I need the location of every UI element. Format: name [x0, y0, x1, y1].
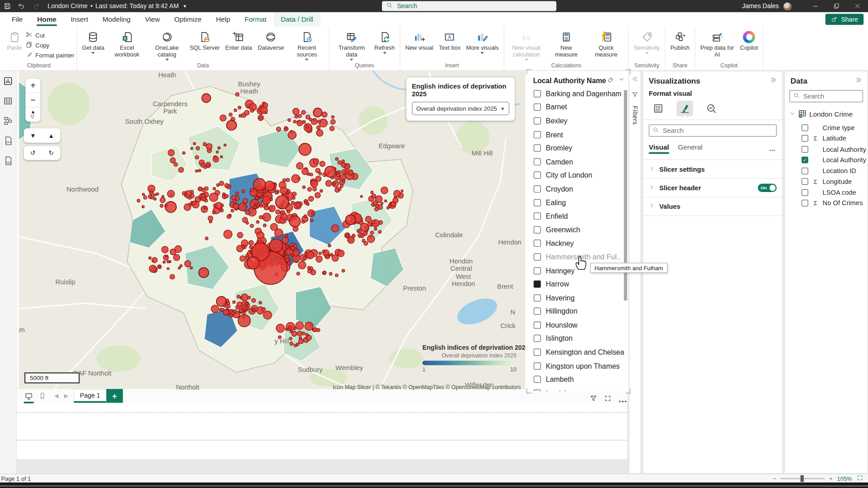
- checkbox[interactable]: [533, 131, 541, 138]
- format-section-values[interactable]: Values: [643, 197, 782, 216]
- slicer-item-hackney[interactable]: Hackney: [528, 237, 628, 250]
- copy-button[interactable]: Copy: [25, 40, 74, 50]
- ribbon-tab-modeling[interactable]: Modeling: [95, 12, 138, 27]
- zoom-slider[interactable]: [781, 478, 825, 479]
- checkbox[interactable]: [533, 212, 541, 220]
- add-page-button[interactable]: +: [106, 389, 123, 403]
- slicer-item-kingston-upon-thames[interactable]: Kingston upon Thames: [528, 359, 628, 373]
- quick-measure-button[interactable]: Quick measure: [586, 28, 626, 58]
- ribbon-tab-data-drill[interactable]: Data / Drill: [274, 12, 320, 27]
- zoom-out-button[interactable]: −: [25, 93, 40, 108]
- ribbon-tab-help[interactable]: Help: [209, 12, 237, 27]
- map-visual[interactable]: HeathBushey HeathCarpenders ParkSouth Ox…: [19, 71, 525, 391]
- rotate-cw-button[interactable]: ↻: [49, 150, 54, 157]
- chevron-down-icon[interactable]: [789, 111, 795, 118]
- user-name[interactable]: James Dales: [742, 3, 778, 9]
- tilt-up-button[interactable]: ▲: [48, 132, 54, 139]
- new-measure-button[interactable]: New measure: [546, 28, 586, 58]
- more-visuals-button[interactable]: More visuals: [463, 28, 501, 55]
- checkbox[interactable]: [802, 178, 808, 185]
- ribbon-tab-home[interactable]: Home: [30, 12, 63, 27]
- field-local-authority-[interactable]: ✓Local Authority ...: [785, 155, 867, 165]
- field-latitude[interactable]: ΣLatitude: [785, 133, 867, 144]
- sql-server-button[interactable]: SQL Server: [187, 28, 222, 52]
- enter-data-button[interactable]: Enter data: [222, 28, 255, 52]
- slicer-item-ealing[interactable]: Ealing: [528, 196, 628, 209]
- new-visual-button[interactable]: New visual: [402, 28, 436, 52]
- cut-button[interactable]: Cut: [25, 30, 74, 40]
- slicer-item-bexley[interactable]: Bexley: [528, 114, 628, 127]
- slicer-item-croydon[interactable]: Croydon: [528, 182, 628, 196]
- tilt-down-button[interactable]: ▼: [30, 132, 36, 139]
- get-data-button[interactable]: Get data: [79, 28, 107, 55]
- format-section-slicer-header[interactable]: Slicer headerOn: [643, 178, 782, 197]
- next-page-arrow-icon[interactable]: ▶: [64, 393, 68, 399]
- checkbox[interactable]: [533, 253, 541, 261]
- collapse-pane-icon[interactable]: [769, 76, 777, 85]
- field-crime-type[interactable]: Crime type: [785, 122, 867, 133]
- slicer-item-barnet[interactable]: Barnet: [528, 100, 628, 114]
- format-search-input[interactable]: Search: [649, 125, 777, 137]
- clear-selections-icon[interactable]: [607, 75, 614, 85]
- format-tab-visual[interactable]: Visual: [649, 143, 669, 154]
- checkbox[interactable]: [533, 145, 541, 152]
- field-longitude[interactable]: ΣLongitude: [785, 176, 867, 187]
- text-box-button[interactable]: AText box: [436, 28, 463, 52]
- local-authority-slicer[interactable]: Local Authority Name Barking and Dagenha…: [528, 71, 628, 391]
- checkbox[interactable]: [533, 172, 541, 179]
- dataverse-button[interactable]: Dataverse: [255, 28, 287, 52]
- onelake-catalog-button[interactable]: OneLake catalog: [147, 28, 187, 62]
- checkbox[interactable]: [533, 335, 541, 342]
- titlebar-search[interactable]: Search: [382, 1, 557, 11]
- deprivation-index-dropdown[interactable]: Overall deprivation index 2025 ▼: [412, 102, 509, 115]
- slicer-item-city-of-london[interactable]: City of London: [528, 169, 628, 182]
- checkbox[interactable]: [533, 349, 541, 356]
- zoom-percentage[interactable]: 105%: [837, 475, 852, 482]
- field-location-id[interactable]: Location ID: [785, 165, 867, 176]
- pitch-control[interactable]: ▲▽: [25, 108, 40, 122]
- checkbox[interactable]: [533, 199, 541, 206]
- slicer-item-brent[interactable]: Brent: [528, 128, 628, 141]
- checkbox[interactable]: [533, 281, 541, 288]
- zoom-in-button[interactable]: +: [25, 79, 40, 93]
- checkbox[interactable]: [533, 267, 541, 274]
- field-local-authority-[interactable]: Local Authority ...: [785, 144, 867, 155]
- slicer-item-camden[interactable]: Camden: [528, 155, 628, 169]
- prev-page-arrow-icon[interactable]: ◀: [54, 393, 58, 399]
- slicer-item-havering[interactable]: Havering: [528, 291, 628, 305]
- slicer-item-harrow[interactable]: Harrow: [528, 277, 628, 291]
- checkbox[interactable]: [533, 117, 541, 125]
- rotate-ccw-button[interactable]: ↺: [30, 150, 35, 157]
- focus-mode-icon[interactable]: [604, 394, 612, 404]
- checkbox[interactable]: [533, 158, 541, 165]
- fit-to-page-icon[interactable]: [856, 474, 863, 482]
- slicer-item-hillingdon[interactable]: Hillingdon: [528, 305, 628, 318]
- share-button[interactable]: Share: [826, 14, 863, 25]
- checkbox[interactable]: [533, 389, 541, 391]
- slicer-item-kensington-and-chelsea[interactable]: Kensington and Chelsea: [528, 345, 628, 359]
- slicer-header-toggle[interactable]: On: [758, 184, 777, 192]
- checkbox[interactable]: [533, 103, 541, 111]
- tmdl-view-icon[interactable]: TMDL: [2, 155, 14, 167]
- slicer-item-enfield[interactable]: Enfield: [528, 209, 628, 223]
- slicer-item-bromley[interactable]: Bromley: [528, 141, 628, 155]
- publish-button[interactable]: Publish: [668, 28, 692, 52]
- analytics-tab-icon[interactable]: [703, 101, 720, 116]
- checkbox[interactable]: [533, 90, 541, 97]
- zoom-out-button[interactable]: −: [773, 475, 776, 482]
- more-options-icon[interactable]: …: [618, 394, 628, 404]
- slicer-chevron-icon[interactable]: [618, 75, 625, 85]
- minimize-button[interactable]: [805, 0, 826, 12]
- checkbox[interactable]: ✓: [802, 157, 808, 164]
- copilot-button[interactable]: Copilot: [737, 28, 761, 52]
- undo-icon[interactable]: [14, 0, 29, 12]
- format-tab-general[interactable]: General: [678, 143, 703, 154]
- ribbon-tab-insert[interactable]: Insert: [64, 12, 95, 27]
- checkbox[interactable]: [802, 124, 808, 131]
- checkbox[interactable]: [802, 200, 808, 206]
- checkbox[interactable]: [533, 226, 541, 233]
- build-visual-tab-icon[interactable]: [650, 101, 667, 116]
- expand-filters-icon[interactable]: [632, 75, 639, 84]
- dax-query-view-icon[interactable]: DAX: [2, 135, 14, 147]
- mobile-layout-icon[interactable]: [35, 389, 48, 402]
